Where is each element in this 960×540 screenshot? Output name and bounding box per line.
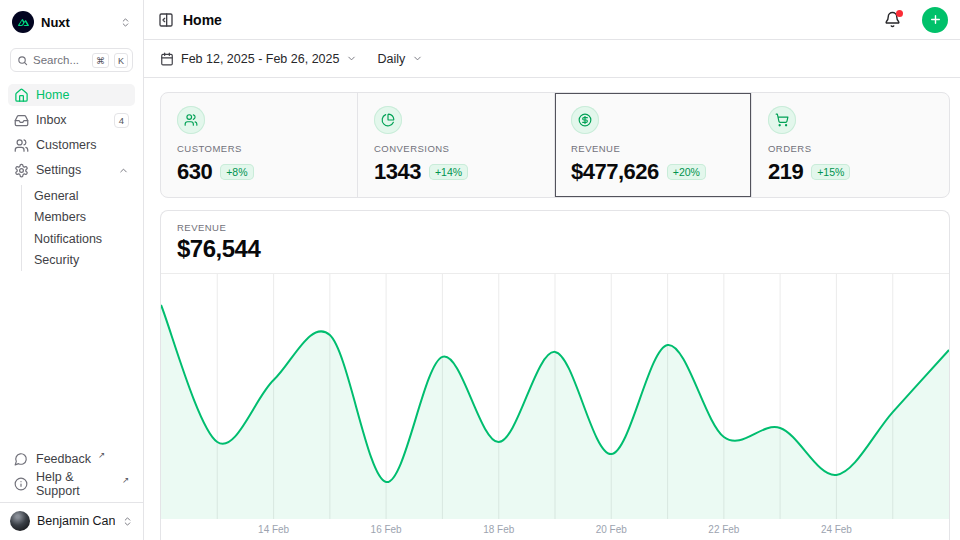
sidebar-item-general[interactable]: General <box>22 185 135 207</box>
page-title: Home <box>183 12 875 28</box>
svg-text:14 Feb: 14 Feb <box>258 524 289 535</box>
dollar-circle-icon <box>571 106 599 134</box>
search-placeholder: Search... <box>33 54 87 66</box>
svg-text:22 Feb: 22 Feb <box>708 524 739 535</box>
sidebar-item-members[interactable]: Members <box>22 207 135 229</box>
chevrons-up-down-icon <box>122 516 133 527</box>
dashboard-content: CUSTOMERS 630 +8% CONVERSIONS 1343 +14% <box>144 78 960 540</box>
plus-icon <box>929 13 942 26</box>
sidebar-item-security[interactable]: Security <box>22 250 135 272</box>
pie-chart-icon <box>374 106 402 134</box>
inbox-icon <box>14 113 29 128</box>
search-input[interactable]: Search... ⌘ K <box>10 48 133 72</box>
sidebar-item-label: Inbox <box>36 113 67 127</box>
chevron-up-icon <box>118 165 129 176</box>
kbd-meta: ⌘ <box>92 53 109 68</box>
svg-text:16 Feb: 16 Feb <box>371 524 402 535</box>
sidebar-item-label: Security <box>34 253 79 267</box>
cart-icon <box>768 106 796 134</box>
search-icon <box>17 55 28 66</box>
sidebar-item-notifications[interactable]: Notifications <box>22 228 135 250</box>
revenue-area-chart[interactable]: 14 Feb16 Feb18 Feb20 Feb22 Feb24 Feb <box>161 274 949 540</box>
sidebar-item-label: General <box>34 189 78 203</box>
stat-card-conversions[interactable]: CONVERSIONS 1343 +14% <box>358 93 555 197</box>
page-header: Home <box>144 0 960 40</box>
workspace-switcher[interactable]: Nuxt <box>8 8 135 36</box>
users-icon <box>14 138 29 153</box>
stat-label: CONVERSIONS <box>374 143 538 154</box>
stat-value: $477,626 <box>571 159 659 185</box>
kbd-k: K <box>114 53 128 68</box>
sidebar-item-label: Members <box>34 210 86 224</box>
chat-bubble-icon <box>14 452 29 467</box>
date-range-picker[interactable]: Feb 12, 2025 - Feb 26, 2025 <box>160 52 357 66</box>
stat-label: ORDERS <box>768 143 933 154</box>
stat-card-orders[interactable]: ORDERS 219 +15% <box>752 93 949 197</box>
sidebar-item-inbox[interactable]: Inbox 4 <box>8 109 135 131</box>
date-range-value: Feb 12, 2025 - Feb 26, 2025 <box>181 52 339 66</box>
chart-header: REVENUE $76,544 <box>161 211 949 274</box>
feedback-label: Feedback <box>36 452 91 466</box>
settings-subnav: General Members Notifications Security <box>21 185 135 271</box>
home-icon <box>14 88 29 103</box>
chevrons-up-down-icon <box>120 17 131 28</box>
stat-delta-badge: +8% <box>220 164 253 180</box>
sidebar-item-label: Settings <box>36 163 81 177</box>
gear-icon <box>14 163 29 178</box>
svg-text:18 Feb: 18 Feb <box>483 524 514 535</box>
nuxt-logo-icon <box>12 11 34 33</box>
sidebar-item-label: Home <box>36 88 69 102</box>
stat-value: 1343 <box>374 159 421 185</box>
sidebar-nav: Home Inbox 4 Customers Settings <box>8 84 135 271</box>
chart-metric-value: $76,544 <box>177 235 933 263</box>
help-support-link[interactable]: Help & Support ↗ <box>8 473 135 495</box>
stat-card-customers[interactable]: CUSTOMERS 630 +8% <box>161 93 358 197</box>
info-circle-icon <box>14 477 29 492</box>
stat-label: CUSTOMERS <box>177 143 341 154</box>
stat-value: 630 <box>177 159 212 185</box>
stat-card-revenue[interactable]: REVENUE $477,626 +20% <box>555 93 752 197</box>
notifications-button[interactable] <box>884 11 901 28</box>
main-area: Home Feb 12, 2025 - Feb 26, 2025 Daily <box>144 0 960 540</box>
external-link-icon: ↗ <box>98 450 105 460</box>
sidebar-item-label: Notifications <box>34 232 102 246</box>
sidebar-item-customers[interactable]: Customers <box>8 134 135 156</box>
sidebar-item-label: Customers <box>36 138 96 152</box>
stat-delta-badge: +20% <box>667 164 706 180</box>
sidebar-footer: Feedback ↗ Help & Support ↗ <box>8 448 135 502</box>
workspace-name: Nuxt <box>41 15 113 30</box>
external-link-icon: ↗ <box>122 475 129 485</box>
inbox-count-badge: 4 <box>114 113 129 128</box>
avatar <box>10 511 30 531</box>
user-menu[interactable]: Benjamin Canac <box>0 502 143 540</box>
panel-left-close-icon <box>158 12 174 28</box>
stats-row: CUSTOMERS 630 +8% CONVERSIONS 1343 +14% <box>160 92 950 198</box>
sidebar-spacer <box>8 271 135 448</box>
add-button[interactable] <box>922 7 948 33</box>
granularity-value: Daily <box>377 52 405 66</box>
user-name: Benjamin Canac <box>37 514 115 528</box>
notification-dot <box>896 10 903 17</box>
filters-toolbar: Feb 12, 2025 - Feb 26, 2025 Daily <box>144 40 960 78</box>
stat-delta-badge: +15% <box>811 164 850 180</box>
sidebar-item-home[interactable]: Home <box>8 84 135 106</box>
chart-metric-label: REVENUE <box>177 222 933 233</box>
stat-delta-badge: +14% <box>429 164 468 180</box>
svg-text:20 Feb: 20 Feb <box>596 524 627 535</box>
users-icon <box>177 106 205 134</box>
feedback-link[interactable]: Feedback ↗ <box>8 448 135 470</box>
sidebar-item-settings[interactable]: Settings <box>8 159 135 181</box>
calendar-icon <box>160 52 174 66</box>
chevron-down-icon <box>412 53 423 64</box>
chevron-down-icon <box>346 53 357 64</box>
help-support-label: Help & Support <box>36 470 115 498</box>
svg-text:24 Feb: 24 Feb <box>821 524 852 535</box>
granularity-select[interactable]: Daily <box>377 52 423 66</box>
stat-value: 219 <box>768 159 803 185</box>
stat-label: REVENUE <box>571 143 735 154</box>
revenue-chart-card: REVENUE $76,544 14 Feb16 Feb18 Feb20 Feb… <box>160 210 950 540</box>
sidebar-collapse-button[interactable] <box>158 12 174 28</box>
sidebar: Nuxt Search... ⌘ K Home Inbox 4 <box>0 0 144 540</box>
